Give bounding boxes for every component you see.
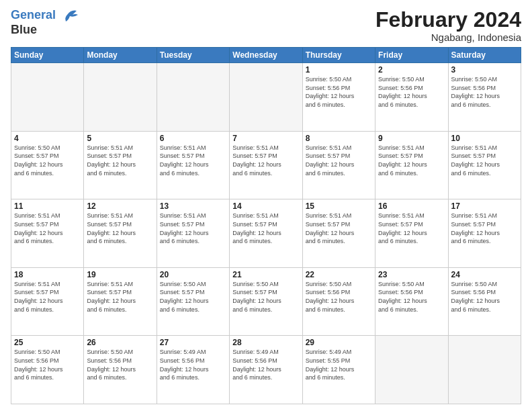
calendar-cell — [157, 63, 229, 132]
day-number: 26 — [87, 338, 153, 347]
day-info: Sunrise: 5:50 AM Sunset: 5:57 PM Dayligh… — [160, 280, 226, 314]
weekday-header: Thursday — [302, 48, 375, 63]
calendar-cell: 27Sunrise: 5:49 AM Sunset: 5:56 PM Dayli… — [157, 336, 229, 404]
day-number: 27 — [160, 338, 226, 347]
calendar-cell: 2Sunrise: 5:50 AM Sunset: 5:56 PM Daylig… — [375, 63, 448, 132]
day-info: Sunrise: 5:50 AM Sunset: 5:56 PM Dayligh… — [306, 75, 372, 109]
day-number: 9 — [378, 134, 445, 143]
day-number: 28 — [232, 338, 299, 347]
day-info: Sunrise: 5:51 AM Sunset: 5:57 PM Dayligh… — [87, 212, 153, 245]
day-info: Sunrise: 5:50 AM Sunset: 5:56 PM Dayligh… — [306, 280, 372, 314]
page: General Blue February 2024 Ngabang, Indo… — [0, 0, 532, 411]
calendar-cell: 9Sunrise: 5:51 AM Sunset: 5:57 PM Daylig… — [375, 131, 448, 199]
day-number: 10 — [451, 134, 518, 143]
day-number: 25 — [14, 338, 81, 347]
calendar-cell: 16Sunrise: 5:51 AM Sunset: 5:57 PM Dayli… — [375, 199, 448, 268]
day-number: 14 — [232, 201, 299, 211]
main-title: February 2024 — [375, 8, 521, 32]
day-info: Sunrise: 5:50 AM Sunset: 5:56 PM Dayligh… — [14, 348, 81, 381]
logo-bird-icon — [60, 8, 78, 23]
day-info: Sunrise: 5:50 AM Sunset: 5:56 PM Dayligh… — [451, 280, 518, 314]
calendar-cell: 12Sunrise: 5:51 AM Sunset: 5:57 PM Dayli… — [84, 199, 157, 268]
calendar-cell — [448, 336, 521, 404]
weekday-header: Wednesday — [230, 48, 302, 63]
calendar-cell: 19Sunrise: 5:51 AM Sunset: 5:57 PM Dayli… — [84, 267, 157, 336]
calendar-cell: 24Sunrise: 5:50 AM Sunset: 5:56 PM Dayli… — [448, 267, 521, 336]
day-number: 15 — [306, 201, 372, 211]
day-info: Sunrise: 5:49 AM Sunset: 5:55 PM Dayligh… — [306, 348, 372, 381]
calendar-cell: 26Sunrise: 5:50 AM Sunset: 5:56 PM Dayli… — [84, 336, 157, 404]
subtitle: Ngabang, Indonesia — [375, 32, 521, 43]
calendar-cell — [11, 63, 84, 132]
day-info: Sunrise: 5:50 AM Sunset: 5:56 PM Dayligh… — [378, 75, 445, 109]
day-number: 13 — [160, 201, 226, 211]
day-number: 12 — [87, 201, 153, 211]
day-number: 18 — [14, 270, 81, 279]
day-info: Sunrise: 5:51 AM Sunset: 5:57 PM Dayligh… — [306, 212, 372, 245]
day-info: Sunrise: 5:51 AM Sunset: 5:57 PM Dayligh… — [87, 144, 153, 177]
day-info: Sunrise: 5:51 AM Sunset: 5:57 PM Dayligh… — [451, 144, 518, 177]
title-block: February 2024 Ngabang, Indonesia — [375, 8, 521, 43]
day-number: 20 — [160, 270, 226, 279]
day-info: Sunrise: 5:51 AM Sunset: 5:57 PM Dayligh… — [14, 212, 81, 245]
calendar-cell — [230, 63, 302, 132]
calendar-cell: 7Sunrise: 5:51 AM Sunset: 5:57 PM Daylig… — [230, 131, 302, 199]
calendar-cell: 3Sunrise: 5:50 AM Sunset: 5:56 PM Daylig… — [448, 63, 521, 132]
day-number: 11 — [14, 201, 81, 211]
day-info: Sunrise: 5:51 AM Sunset: 5:57 PM Dayligh… — [14, 280, 81, 314]
calendar-cell: 10Sunrise: 5:51 AM Sunset: 5:57 PM Dayli… — [448, 131, 521, 199]
day-number: 5 — [87, 134, 153, 143]
day-number: 29 — [306, 338, 372, 347]
calendar-week: 18Sunrise: 5:51 AM Sunset: 5:57 PM Dayli… — [11, 267, 521, 336]
day-info: Sunrise: 5:50 AM Sunset: 5:56 PM Dayligh… — [87, 348, 153, 381]
day-info: Sunrise: 5:51 AM Sunset: 5:57 PM Dayligh… — [378, 144, 445, 177]
day-number: 23 — [378, 270, 445, 279]
day-number: 3 — [451, 65, 518, 75]
calendar-cell: 28Sunrise: 5:49 AM Sunset: 5:56 PM Dayli… — [230, 336, 302, 404]
weekday-header: Monday — [84, 48, 157, 63]
calendar-table: SundayMondayTuesdayWednesdayThursdayFrid… — [11, 47, 521, 404]
day-number: 7 — [232, 134, 299, 143]
calendar-cell: 11Sunrise: 5:51 AM Sunset: 5:57 PM Dayli… — [11, 199, 84, 268]
day-info: Sunrise: 5:51 AM Sunset: 5:57 PM Dayligh… — [306, 144, 372, 177]
day-info: Sunrise: 5:51 AM Sunset: 5:57 PM Dayligh… — [160, 212, 226, 245]
weekday-header: Tuesday — [157, 48, 229, 63]
calendar-cell: 23Sunrise: 5:50 AM Sunset: 5:56 PM Dayli… — [375, 267, 448, 336]
day-number: 19 — [87, 270, 153, 279]
day-number: 16 — [378, 201, 445, 211]
day-info: Sunrise: 5:51 AM Sunset: 5:57 PM Dayligh… — [87, 280, 153, 314]
calendar-cell: 20Sunrise: 5:50 AM Sunset: 5:57 PM Dayli… — [157, 267, 229, 336]
header: General Blue February 2024 Ngabang, Indo… — [11, 8, 521, 43]
day-info: Sunrise: 5:49 AM Sunset: 5:56 PM Dayligh… — [160, 348, 226, 381]
day-number: 6 — [160, 134, 226, 143]
calendar-cell: 4Sunrise: 5:50 AM Sunset: 5:57 PM Daylig… — [11, 131, 84, 199]
day-info: Sunrise: 5:51 AM Sunset: 5:57 PM Dayligh… — [232, 144, 299, 177]
calendar-cell — [375, 336, 448, 404]
calendar-week: 1Sunrise: 5:50 AM Sunset: 5:56 PM Daylig… — [11, 63, 521, 132]
calendar-cell: 18Sunrise: 5:51 AM Sunset: 5:57 PM Dayli… — [11, 267, 84, 336]
calendar-cell: 1Sunrise: 5:50 AM Sunset: 5:56 PM Daylig… — [302, 63, 375, 132]
calendar-cell: 25Sunrise: 5:50 AM Sunset: 5:56 PM Dayli… — [11, 336, 84, 404]
day-number: 2 — [378, 65, 445, 75]
calendar-cell: 29Sunrise: 5:49 AM Sunset: 5:55 PM Dayli… — [302, 336, 375, 404]
calendar-week: 4Sunrise: 5:50 AM Sunset: 5:57 PM Daylig… — [11, 131, 521, 199]
day-info: Sunrise: 5:51 AM Sunset: 5:57 PM Dayligh… — [160, 144, 226, 177]
day-info: Sunrise: 5:51 AM Sunset: 5:57 PM Dayligh… — [378, 212, 445, 245]
day-info: Sunrise: 5:50 AM Sunset: 5:57 PM Dayligh… — [14, 144, 81, 177]
day-info: Sunrise: 5:50 AM Sunset: 5:56 PM Dayligh… — [451, 75, 518, 109]
calendar-cell: 6Sunrise: 5:51 AM Sunset: 5:57 PM Daylig… — [157, 131, 229, 199]
day-info: Sunrise: 5:51 AM Sunset: 5:57 PM Dayligh… — [232, 212, 299, 245]
calendar-cell: 22Sunrise: 5:50 AM Sunset: 5:56 PM Dayli… — [302, 267, 375, 336]
day-number: 21 — [232, 270, 299, 279]
day-number: 24 — [451, 270, 518, 279]
weekday-header: Saturday — [448, 48, 521, 63]
calendar-cell: 21Sunrise: 5:50 AM Sunset: 5:57 PM Dayli… — [230, 267, 302, 336]
calendar-cell: 13Sunrise: 5:51 AM Sunset: 5:57 PM Dayli… — [157, 199, 229, 268]
calendar-cell: 15Sunrise: 5:51 AM Sunset: 5:57 PM Dayli… — [302, 199, 375, 268]
day-number: 8 — [306, 134, 372, 143]
logo: General Blue — [11, 8, 78, 37]
day-number: 17 — [451, 201, 518, 211]
day-number: 4 — [14, 134, 81, 143]
day-info: Sunrise: 5:51 AM Sunset: 5:57 PM Dayligh… — [451, 212, 518, 245]
day-number: 1 — [306, 65, 372, 75]
